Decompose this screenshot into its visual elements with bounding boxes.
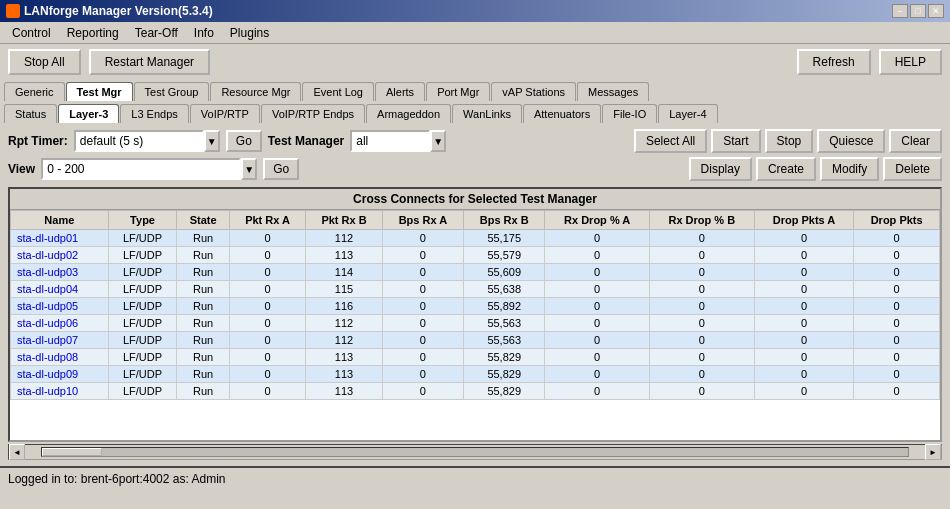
horizontal-scrollbar[interactable]: ◄ ► bbox=[8, 444, 942, 460]
tab-messages[interactable]: Messages bbox=[577, 82, 649, 101]
table-cell: Run bbox=[177, 281, 230, 298]
table-cell: 0 bbox=[382, 264, 463, 281]
menu-plugins[interactable]: Plugins bbox=[222, 24, 277, 42]
menu-reporting[interactable]: Reporting bbox=[59, 24, 127, 42]
table-cell: sta-dl-udp03 bbox=[11, 264, 109, 281]
tab-file-io[interactable]: File-IO bbox=[602, 104, 657, 123]
table-cell: Run bbox=[177, 366, 230, 383]
table-row[interactable]: sta-dl-udp06LF/UDPRun0112055,5630000 bbox=[11, 315, 940, 332]
rpt-timer-go-button[interactable]: Go bbox=[226, 130, 262, 152]
rpt-timer-label: Rpt Timer: bbox=[8, 134, 68, 148]
tab-wanlinks[interactable]: WanLinks bbox=[452, 104, 522, 123]
table-cell: 0 bbox=[229, 298, 305, 315]
tab-test-mgr[interactable]: Test Mgr bbox=[66, 82, 133, 101]
tab-event-log[interactable]: Event Log bbox=[302, 82, 374, 101]
table-cell: 0 bbox=[382, 230, 463, 247]
start-button[interactable]: Start bbox=[711, 129, 760, 153]
table-cell: 0 bbox=[229, 366, 305, 383]
table-cell: 0 bbox=[854, 230, 940, 247]
table-cell: 0 bbox=[545, 383, 649, 400]
table-cell: LF/UDP bbox=[108, 298, 177, 315]
table-cell: 0 bbox=[649, 383, 754, 400]
test-manager-label: Test Manager bbox=[268, 134, 344, 148]
col-state: State bbox=[177, 211, 230, 230]
tab-attenuators[interactable]: Attenuators bbox=[523, 104, 601, 123]
col-drop-pkts-a: Drop Pkts A bbox=[754, 211, 854, 230]
refresh-button[interactable]: Refresh bbox=[797, 49, 871, 75]
test-manager-dropdown[interactable]: ▼ bbox=[430, 130, 446, 152]
action-buttons-group: Select All Start Stop Quiesce Clear bbox=[634, 129, 942, 153]
stop-all-button[interactable]: Stop All bbox=[8, 49, 81, 75]
table-cell: 116 bbox=[306, 298, 383, 315]
tab-voiprtp-endps[interactable]: VoIP/RTP Endps bbox=[261, 104, 365, 123]
select-all-button[interactable]: Select All bbox=[634, 129, 707, 153]
table-row[interactable]: sta-dl-udp08LF/UDPRun0113055,8290000 bbox=[11, 349, 940, 366]
display-button[interactable]: Display bbox=[689, 157, 752, 181]
table-row[interactable]: sta-dl-udp02LF/UDPRun0113055,5790000 bbox=[11, 247, 940, 264]
tab-test-group[interactable]: Test Group bbox=[134, 82, 210, 101]
table-row[interactable]: sta-dl-udp03LF/UDPRun0114055,6090000 bbox=[11, 264, 940, 281]
table-cell: sta-dl-udp05 bbox=[11, 298, 109, 315]
col-pkt-rx-b: Pkt Rx B bbox=[306, 211, 383, 230]
menu-tearoff[interactable]: Tear-Off bbox=[127, 24, 186, 42]
table-cell: 0 bbox=[754, 281, 854, 298]
tab-layer4[interactable]: Layer-4 bbox=[658, 104, 717, 123]
help-button[interactable]: HELP bbox=[879, 49, 942, 75]
display-buttons-group: Display Create Modify Delete bbox=[689, 157, 942, 181]
view-dropdown[interactable]: ▼ bbox=[241, 158, 257, 180]
quiesce-button[interactable]: Quiesce bbox=[817, 129, 885, 153]
scroll-left-button[interactable]: ◄ bbox=[9, 444, 25, 460]
table-cell: sta-dl-udp10 bbox=[11, 383, 109, 400]
tab-resource-mgr[interactable]: Resource Mgr bbox=[210, 82, 301, 101]
table-cell: 0 bbox=[545, 247, 649, 264]
clear-button[interactable]: Clear bbox=[889, 129, 942, 153]
tab-generic[interactable]: Generic bbox=[4, 82, 65, 101]
table-header-row: Name Type State Pkt Rx A Pkt Rx B Bps Rx… bbox=[11, 211, 940, 230]
status-bar: Logged in to: brent-6port:4002 as: Admin bbox=[0, 466, 950, 490]
table-row[interactable]: sta-dl-udp04LF/UDPRun0115055,6380000 bbox=[11, 281, 940, 298]
table-cell: 0 bbox=[854, 247, 940, 264]
table-cell: 0 bbox=[854, 366, 940, 383]
stop-button[interactable]: Stop bbox=[765, 129, 814, 153]
tab-status[interactable]: Status bbox=[4, 104, 57, 123]
minimize-button[interactable]: – bbox=[892, 4, 908, 18]
rpt-timer-dropdown[interactable]: ▼ bbox=[204, 130, 220, 152]
tab-alerts[interactable]: Alerts bbox=[375, 82, 425, 101]
modify-button[interactable]: Modify bbox=[820, 157, 879, 181]
tab-port-mgr[interactable]: Port Mgr bbox=[426, 82, 490, 101]
scroll-thumb[interactable] bbox=[42, 448, 102, 456]
table-cell: 0 bbox=[854, 315, 940, 332]
tab-voiprtp[interactable]: VoIP/RTP bbox=[190, 104, 260, 123]
create-button[interactable]: Create bbox=[756, 157, 816, 181]
table-cell: 55,829 bbox=[463, 366, 545, 383]
table-cell: sta-dl-udp06 bbox=[11, 315, 109, 332]
tab-layer3[interactable]: Layer-3 bbox=[58, 104, 119, 123]
table-row[interactable]: sta-dl-udp09LF/UDPRun0113055,8290000 bbox=[11, 366, 940, 383]
view-input[interactable]: 0 - 200 bbox=[41, 158, 241, 180]
delete-button[interactable]: Delete bbox=[883, 157, 942, 181]
table-cell: 0 bbox=[382, 349, 463, 366]
menu-control[interactable]: Control bbox=[4, 24, 59, 42]
tab-armageddon[interactable]: Armageddon bbox=[366, 104, 451, 123]
table-cell: LF/UDP bbox=[108, 315, 177, 332]
table-section: Cross Connects for Selected Test Manager… bbox=[8, 187, 942, 442]
close-button[interactable]: ✕ bbox=[928, 4, 944, 18]
tab-vap-stations[interactable]: vAP Stations bbox=[491, 82, 576, 101]
scroll-right-button[interactable]: ► bbox=[925, 444, 941, 460]
table-row[interactable]: sta-dl-udp10LF/UDPRun0113055,8290000 bbox=[11, 383, 940, 400]
restart-manager-button[interactable]: Restart Manager bbox=[89, 49, 210, 75]
table-row[interactable]: sta-dl-udp07LF/UDPRun0112055,5630000 bbox=[11, 332, 940, 349]
scroll-track[interactable] bbox=[41, 447, 909, 457]
menu-bar: Control Reporting Tear-Off Info Plugins bbox=[0, 22, 950, 44]
table-row[interactable]: sta-dl-udp01LF/UDPRun0112055,1750000 bbox=[11, 230, 940, 247]
table-cell: 0 bbox=[545, 366, 649, 383]
table-cell: Run bbox=[177, 298, 230, 315]
table-row[interactable]: sta-dl-udp05LF/UDPRun0116055,8920000 bbox=[11, 298, 940, 315]
menu-info[interactable]: Info bbox=[186, 24, 222, 42]
window-controls: – □ ✕ bbox=[892, 4, 944, 18]
maximize-button[interactable]: □ bbox=[910, 4, 926, 18]
rpt-timer-input[interactable]: default (5 s) bbox=[74, 130, 204, 152]
view-go-button[interactable]: Go bbox=[263, 158, 299, 180]
test-manager-input[interactable]: all bbox=[350, 130, 430, 152]
tab-l3endps[interactable]: L3 Endps bbox=[120, 104, 188, 123]
